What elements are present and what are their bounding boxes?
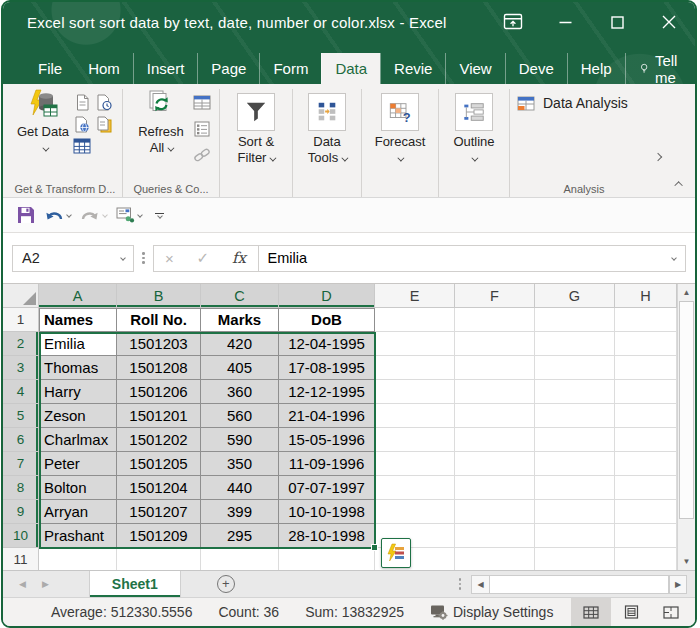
cell-F6[interactable]: [455, 428, 535, 452]
cell-B9[interactable]: 1501207: [117, 500, 201, 524]
row-header-10[interactable]: 10: [3, 524, 39, 548]
outline-button[interactable]: Outline: [446, 89, 502, 179]
forecast-button[interactable]: ? Forecast: [369, 89, 431, 179]
cell-F2[interactable]: [455, 332, 535, 356]
cell-F9[interactable]: [455, 500, 535, 524]
cell-E6[interactable]: [375, 428, 455, 452]
cell-A4[interactable]: Harry: [39, 380, 117, 404]
cell-H10[interactable]: [615, 524, 677, 548]
cell-D4[interactable]: 12-12-1995: [279, 380, 375, 404]
normal-view-button[interactable]: [571, 598, 611, 626]
cell-D3[interactable]: 17-08-1995: [279, 356, 375, 380]
sort-filter-button[interactable]: Sort &Filter: [227, 89, 285, 179]
cell-B5[interactable]: 1501201: [117, 404, 201, 428]
row-header-9[interactable]: 9: [3, 500, 39, 524]
cell-G5[interactable]: [535, 404, 615, 428]
cell-D5[interactable]: 21-04-1996: [279, 404, 375, 428]
cell-B2[interactable]: 1501203: [117, 332, 201, 356]
sheet-nav-right-icon[interactable]: ▶: [42, 579, 49, 589]
formula-bar[interactable]: Emilia: [259, 245, 687, 272]
get-data-button[interactable]: Get Data: [15, 89, 71, 179]
cell-A3[interactable]: Thomas: [39, 356, 117, 380]
from-table-icon[interactable]: [72, 136, 92, 156]
cell-G7[interactable]: [535, 452, 615, 476]
tab-revie[interactable]: Revie: [380, 53, 445, 84]
cell-C3[interactable]: 405: [201, 356, 279, 380]
row-header-6[interactable]: 6: [3, 428, 39, 452]
cell-C11[interactable]: [201, 548, 279, 570]
touch-mouse-mode-button[interactable]: [116, 207, 142, 223]
cell-E2[interactable]: [375, 332, 455, 356]
cell-H11[interactable]: [615, 548, 677, 570]
cell-C1[interactable]: Marks: [201, 308, 279, 332]
cell-A5[interactable]: Zeson: [39, 404, 117, 428]
row-header-5[interactable]: 5: [3, 404, 39, 428]
cancel-icon[interactable]: ×: [165, 250, 174, 267]
scroll-up-arrow[interactable]: ▲: [678, 284, 695, 301]
close-button[interactable]: [643, 2, 695, 42]
display-settings-button[interactable]: Display Settings: [430, 604, 553, 620]
cell-D8[interactable]: 07-07-1997: [279, 476, 375, 500]
enter-icon[interactable]: ✓: [197, 249, 210, 267]
cell-C8[interactable]: 440: [201, 476, 279, 500]
cell-H2[interactable]: [615, 332, 677, 356]
horizontal-scrollbar[interactable]: ◀ ▶: [471, 575, 687, 594]
cell-G10[interactable]: [535, 524, 615, 548]
data-analysis-button[interactable]: Data Analysis: [517, 89, 628, 179]
row-header-8[interactable]: 8: [3, 476, 39, 500]
select-all-button[interactable]: [3, 284, 39, 308]
cell-G8[interactable]: [535, 476, 615, 500]
edit-links-icon[interactable]: [192, 145, 212, 165]
page-layout-view-button[interactable]: [611, 598, 651, 626]
cell-H4[interactable]: [615, 380, 677, 404]
insert-function-icon[interactable]: fx: [232, 249, 246, 267]
column-header-A[interactable]: A: [39, 284, 117, 308]
quick-analysis-button[interactable]: [381, 538, 411, 568]
redo-button[interactable]: [80, 208, 107, 223]
cell-A8[interactable]: Bolton: [39, 476, 117, 500]
recent-sources-icon[interactable]: [94, 92, 114, 112]
maximize-button[interactable]: [591, 2, 643, 42]
cell-G3[interactable]: [535, 356, 615, 380]
cell-D7[interactable]: 11-09-1996: [279, 452, 375, 476]
row-header-7[interactable]: 7: [3, 452, 39, 476]
column-header-C[interactable]: C: [201, 284, 279, 308]
cell-E5[interactable]: [375, 404, 455, 428]
cell-D10[interactable]: 28-10-1998: [279, 524, 375, 548]
name-box[interactable]: A2: [12, 245, 134, 272]
cell-A9[interactable]: Arryan: [39, 500, 117, 524]
cell-H5[interactable]: [615, 404, 677, 428]
cell-B10[interactable]: 1501209: [117, 524, 201, 548]
cell-B1[interactable]: Roll No.: [117, 308, 201, 332]
ribbon-display-options-button[interactable]: [487, 2, 539, 42]
horizontal-scrollbar-thumb[interactable]: [489, 576, 669, 593]
cell-H7[interactable]: [615, 452, 677, 476]
cell-A6[interactable]: Charlmax: [39, 428, 117, 452]
refresh-all-button[interactable]: Refresh All: [130, 89, 192, 179]
cell-A11[interactable]: [39, 548, 117, 570]
cell-H3[interactable]: [615, 356, 677, 380]
row-header-2[interactable]: 2: [3, 332, 39, 356]
cell-C4[interactable]: 360: [201, 380, 279, 404]
column-header-D[interactable]: D: [279, 284, 375, 308]
cell-D6[interactable]: 15-05-1996: [279, 428, 375, 452]
cell-H1[interactable]: [615, 308, 677, 332]
tab-form[interactable]: Form: [259, 53, 321, 84]
cell-F5[interactable]: [455, 404, 535, 428]
connection-properties-icon[interactable]: [192, 93, 212, 113]
scroll-left-arrow[interactable]: ◀: [472, 576, 489, 593]
cell-C7[interactable]: 350: [201, 452, 279, 476]
cell-B3[interactable]: 1501208: [117, 356, 201, 380]
cell-C6[interactable]: 590: [201, 428, 279, 452]
cell-G9[interactable]: [535, 500, 615, 524]
sheet-nav-left-icon[interactable]: ◀: [19, 579, 26, 589]
column-header-H[interactable]: H: [615, 284, 677, 308]
cell-E1[interactable]: [375, 308, 455, 332]
column-header-G[interactable]: G: [535, 284, 615, 308]
minimize-button[interactable]: [539, 2, 591, 42]
cell-D9[interactable]: 10-10-1998: [279, 500, 375, 524]
cell-D2[interactable]: 12-04-1995: [279, 332, 375, 356]
vertical-scrollbar-thumb[interactable]: [679, 301, 694, 519]
collapse-ribbon-button[interactable]: [677, 173, 683, 191]
workbook-connections-icon[interactable]: [192, 119, 212, 139]
